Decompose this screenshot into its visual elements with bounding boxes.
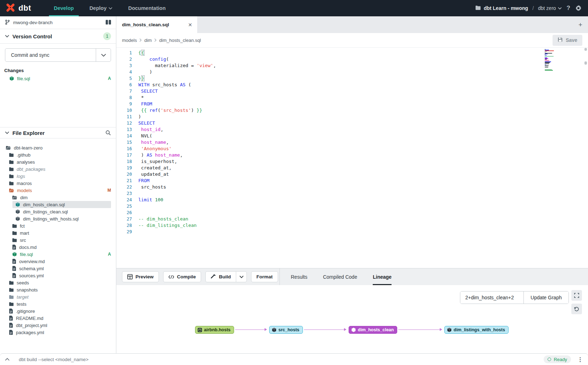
- nav-item-deploy[interactable]: Deploy: [82, 0, 120, 16]
- tree-item-models[interactable]: modelsM: [6, 187, 111, 194]
- nav-item-documentation[interactable]: Documentation: [120, 0, 173, 16]
- breadcrumb-dim[interactable]: dim: [144, 38, 152, 43]
- search-icon[interactable]: [105, 130, 111, 136]
- tree-item-schema.yml[interactable]: schema.yml: [9, 265, 111, 272]
- tree-item-snapshots[interactable]: snapshots: [6, 286, 111, 293]
- code-line[interactable]: 16 'Anonymous': [116, 145, 588, 152]
- console-tab-results[interactable]: Results: [291, 268, 307, 285]
- preview-button[interactable]: Preview: [122, 271, 159, 282]
- tree-item-fct[interactable]: fct: [9, 222, 111, 229]
- format-button[interactable]: Format: [251, 271, 278, 282]
- breadcrumb-file[interactable]: dim_hosts_clean.sql: [159, 38, 201, 43]
- help-icon[interactable]: ?: [567, 5, 570, 12]
- update-graph-button[interactable]: Update Graph: [523, 292, 568, 304]
- code-line[interactable]: 19 created_at,: [116, 164, 588, 171]
- code-line[interactable]: 25: [116, 203, 588, 209]
- kebab-menu-icon[interactable]: ⋮: [577, 356, 583, 363]
- tree-item-sources.yml[interactable]: sources.yml: [9, 272, 111, 279]
- commit-options-chevron-icon[interactable]: [96, 49, 111, 61]
- tree-item-dbt_project.yml[interactable]: dbt_project.yml: [6, 322, 111, 329]
- save-button[interactable]: Save: [553, 35, 582, 46]
- code-line[interactable]: 12SELECT: [116, 120, 588, 126]
- tree-item-analyses[interactable]: analyses: [6, 158, 111, 165]
- lineage-node-src_hosts[interactable]: src_hosts: [269, 326, 303, 334]
- code-line[interactable]: 8 *: [116, 94, 588, 100]
- code-line[interactable]: 22 src_hosts: [116, 184, 588, 190]
- changed-file-row[interactable]: file.sql A: [0, 75, 116, 82]
- fullscreen-button[interactable]: [571, 290, 582, 301]
- new-tab-plus-icon[interactable]: +: [578, 21, 582, 29]
- code-line[interactable]: 24limit 100: [116, 196, 588, 203]
- build-options-chevron-icon[interactable]: [236, 272, 246, 282]
- tree-item-README.md[interactable]: README.md: [6, 315, 111, 322]
- editor-scrollbar[interactable]: [584, 48, 587, 268]
- code-line[interactable]: 14 NVL(: [116, 132, 588, 139]
- tree-item-dbt_packages[interactable]: dbt_packages: [6, 165, 111, 173]
- tree-item-.gitignore[interactable]: .gitignore: [6, 307, 111, 315]
- expand-console-chevron-icon[interactable]: [5, 358, 10, 361]
- tree-item-dbt-learn-zero[interactable]: dbt-learn-zero: [3, 144, 111, 151]
- environment-name[interactable]: dbt zero: [538, 5, 562, 11]
- command-prompt[interactable]: dbt build --select <model_name>: [19, 357, 89, 362]
- tree-item-logs[interactable]: logs: [6, 173, 111, 180]
- tab-close-icon[interactable]: ✕: [188, 22, 192, 28]
- code-line[interactable]: 5}}: [116, 75, 588, 81]
- version-control-header[interactable]: Version Control 1: [0, 29, 116, 44]
- lineage-node-airbnb.hosts[interactable]: airbnb.hosts: [195, 326, 234, 334]
- code-line[interactable]: 11): [116, 113, 588, 120]
- tree-item-.github[interactable]: .github: [6, 151, 111, 158]
- status-badge[interactable]: Ready: [544, 355, 571, 363]
- breadcrumb-models[interactable]: models: [122, 38, 137, 43]
- tree-item-src[interactable]: src: [9, 236, 111, 244]
- tree-item-dim_listings_with_hosts.sql[interactable]: dim_listings_with_hosts.sql: [12, 215, 111, 222]
- reset-view-button[interactable]: [571, 304, 582, 314]
- code-line[interactable]: 15 host_name,: [116, 139, 588, 145]
- lineage-node-dim_hosts_clean[interactable]: dim_hosts_clean: [349, 326, 397, 334]
- console-tab-lineage[interactable]: Lineage: [373, 268, 392, 285]
- code-line[interactable]: 7 SELECT: [116, 88, 588, 94]
- tree-item-docs.md[interactable]: docs.md: [9, 244, 111, 251]
- lineage-selector-input[interactable]: [460, 292, 523, 304]
- tree-item-dim_hosts_clean.sql[interactable]: dim_hosts_clean.sql: [12, 201, 111, 208]
- tree-item-overview.md[interactable]: overview.md: [9, 258, 111, 265]
- code-editor[interactable]: 1{{2 config(3 materialized = 'view',4 )5…: [116, 48, 588, 268]
- tree-item-macros[interactable]: macros: [6, 180, 111, 187]
- code-line[interactable]: 13 host_id,: [116, 126, 588, 132]
- build-button[interactable]: Build: [205, 271, 247, 282]
- tree-item-mart[interactable]: mart: [9, 229, 111, 236]
- code-line[interactable]: 1{{: [116, 49, 588, 56]
- code-line[interactable]: 2 config(: [116, 56, 588, 62]
- split-panes-icon[interactable]: [106, 20, 111, 26]
- file-explorer-header[interactable]: File Explorer: [0, 127, 116, 138]
- dbt-logo[interactable]: dbt: [0, 0, 36, 16]
- account-switcher[interactable]: dbt Learn - mwong / dbt zero: [475, 5, 562, 11]
- tree-item-file.sql[interactable]: file.sqlA: [9, 251, 111, 258]
- tree-item-dim[interactable]: dim: [9, 194, 111, 201]
- minimap[interactable]: [545, 49, 554, 71]
- code-line[interactable]: 27-- dim_hosts_clean: [116, 216, 588, 222]
- code-line[interactable]: 4 ): [116, 69, 588, 75]
- code-line[interactable]: 6WITH src_hosts AS (: [116, 81, 588, 88]
- settings-gear-icon[interactable]: [575, 5, 582, 11]
- tree-item-packages.yml[interactable]: packages.yml: [6, 329, 111, 336]
- code-line[interactable]: 10 {{ ref('src_hosts') }}: [116, 107, 588, 113]
- code-line[interactable]: 26: [116, 209, 588, 216]
- code-line[interactable]: 20 updated_at: [116, 171, 588, 177]
- code-line[interactable]: 3 materialized = 'view',: [116, 62, 588, 69]
- branch-row[interactable]: mwong-dev-branch: [0, 16, 116, 29]
- tab-dim-hosts-clean[interactable]: dim_hosts_clean.sql ✕: [116, 16, 197, 33]
- code-line[interactable]: 29: [116, 228, 588, 235]
- nav-item-develop[interactable]: Develop: [46, 0, 82, 16]
- code-line[interactable]: 18 is_superhost,: [116, 158, 588, 164]
- lineage-node-dim_listings_with_hosts[interactable]: dim_listings_with_hosts: [444, 326, 509, 334]
- code-line[interactable]: 17 ) AS host_name,: [116, 152, 588, 158]
- tree-item-tests[interactable]: tests: [6, 300, 111, 307]
- tree-item-dim_listings_clean.sql[interactable]: dim_listings_clean.sql: [12, 208, 111, 215]
- tree-item-seeds[interactable]: seeds: [6, 279, 111, 286]
- console-tab-compiled-code[interactable]: Compiled Code: [323, 268, 357, 285]
- code-line[interactable]: 23: [116, 190, 588, 196]
- tree-item-target[interactable]: target: [6, 293, 111, 300]
- code-line[interactable]: 9 FROM: [116, 100, 588, 107]
- commit-and-sync-button[interactable]: Commit and sync: [5, 48, 111, 62]
- code-line[interactable]: 21FROM: [116, 177, 588, 184]
